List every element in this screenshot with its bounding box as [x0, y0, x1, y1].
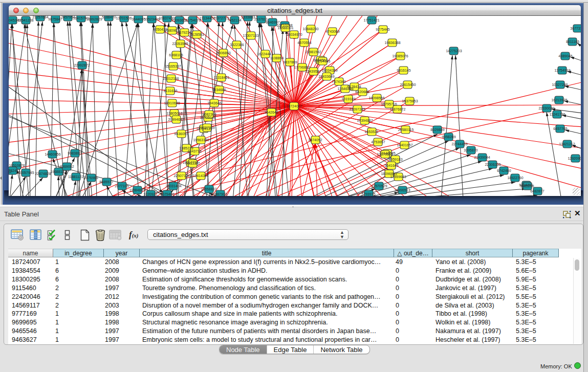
- svg-text:16396513: 16396513: [394, 188, 410, 192]
- svg-text:20580115: 20580115: [398, 128, 414, 132]
- svg-text:7452134: 7452134: [227, 18, 241, 22]
- svg-text:11584847: 11584847: [129, 188, 145, 192]
- svg-text:9983893: 9983893: [68, 151, 81, 155]
- svg-text:20372723: 20372723: [213, 16, 229, 20]
- svg-text:12920906: 12920906: [568, 157, 581, 160]
- svg-text:4389045: 4389045: [558, 54, 572, 58]
- svg-text:4753657: 4753657: [371, 140, 385, 144]
- svg-text:6457765: 6457765: [553, 127, 567, 130]
- svg-text:19836388: 19836388: [384, 41, 400, 45]
- svg-text:8685577: 8685577: [99, 180, 113, 184]
- svg-text:15375853: 15375853: [402, 99, 418, 103]
- svg-text:21439044: 21439044: [474, 156, 490, 159]
- svg-text:3677374: 3677374: [570, 27, 581, 30]
- svg-text:3642648: 3642648: [264, 111, 278, 114]
- svg-text:3322386: 3322386: [230, 43, 244, 47]
- svg-text:17796882: 17796882: [294, 65, 310, 69]
- svg-text:12414394: 12414394: [192, 174, 208, 178]
- svg-text:6306893: 6306893: [216, 51, 230, 55]
- svg-text:4743069: 4743069: [325, 30, 339, 33]
- svg-text:20031404: 20031404: [165, 184, 181, 188]
- svg-text:8029889: 8029889: [430, 128, 444, 132]
- svg-text:16224441: 16224441: [257, 52, 273, 56]
- svg-text:5685216: 5685216: [520, 184, 534, 188]
- svg-text:17559643: 17559643: [390, 175, 406, 179]
- svg-text:18922760: 18922760: [507, 176, 523, 180]
- svg-text:5188470: 5188470: [102, 16, 116, 19]
- svg-text:9958289: 9958289: [442, 135, 455, 139]
- svg-text:8359183: 8359183: [388, 158, 402, 161]
- svg-text:21097245: 21097245: [349, 107, 365, 111]
- svg-text:9436057: 9436057: [174, 132, 188, 136]
- svg-text:8134562: 8134562: [9, 170, 12, 173]
- svg-text:19098556: 19098556: [368, 96, 384, 100]
- svg-text:21433649: 21433649: [318, 75, 334, 78]
- svg-text:22507109: 22507109: [173, 174, 189, 178]
- svg-text:18034970: 18034970: [286, 33, 302, 36]
- svg-text:16705148: 16705148: [200, 116, 215, 119]
- svg-text:13701506: 13701506: [116, 16, 132, 20]
- svg-text:14460856: 14460856: [45, 152, 60, 156]
- svg-text:20994697: 20994697: [168, 118, 184, 121]
- svg-text:13910648: 13910648: [164, 101, 180, 105]
- svg-text:21257684: 21257684: [32, 16, 48, 19]
- svg-text:11881122: 11881122: [68, 175, 83, 179]
- svg-text:12541238: 12541238: [17, 18, 33, 22]
- svg-text:5641643: 5641643: [384, 164, 398, 167]
- svg-text:11318461: 11318461: [214, 76, 230, 79]
- svg-text:8369062: 8369062: [60, 165, 74, 168]
- svg-text:4843718: 4843718: [187, 149, 201, 153]
- svg-text:8079409: 8079409: [160, 192, 174, 196]
- svg-text:13546466: 13546466: [337, 87, 353, 91]
- svg-text:18724007: 18724007: [286, 104, 302, 108]
- svg-text:10327246: 10327246: [552, 83, 568, 86]
- svg-text:9875847: 9875847: [48, 17, 62, 21]
- svg-text:6742460: 6742460: [497, 169, 511, 172]
- svg-text:9816145: 9816145: [397, 69, 410, 72]
- svg-text:13241736: 13241736: [549, 113, 565, 116]
- svg-text:15165337: 15165337: [165, 64, 181, 68]
- svg-text:15588301: 15588301: [277, 26, 293, 30]
- svg-text:21981592: 21981592: [305, 50, 321, 54]
- svg-text:18992829: 18992829: [86, 17, 102, 21]
- svg-text:9082309: 9082309: [202, 113, 216, 116]
- svg-text:14275203: 14275203: [446, 49, 462, 53]
- svg-text:11558837: 11558837: [201, 187, 217, 191]
- svg-text:2943646: 2943646: [207, 101, 221, 105]
- svg-text:17394887: 17394887: [357, 119, 373, 122]
- svg-text:10057945: 10057945: [18, 171, 34, 174]
- svg-text:22744459: 22744459: [451, 142, 467, 146]
- svg-text:21754078: 21754078: [185, 18, 201, 22]
- svg-text:16213925: 16213925: [551, 98, 567, 102]
- svg-text:6482877: 6482877: [530, 189, 544, 193]
- svg-text:21012166: 21012166: [163, 77, 179, 80]
- svg-text:19563180: 19563180: [193, 138, 209, 142]
- svg-text:6420686: 6420686: [355, 90, 369, 94]
- svg-text:19523409: 19523409: [144, 17, 160, 21]
- svg-text:1653531: 1653531: [364, 130, 378, 134]
- svg-text:22053595: 22053595: [172, 42, 188, 46]
- svg-text:13421212: 13421212: [559, 142, 575, 146]
- svg-text:6128503: 6128503: [190, 33, 204, 36]
- svg-text:7674349: 7674349: [332, 80, 345, 83]
- svg-text:16510878: 16510878: [9, 164, 25, 167]
- svg-text:10848230: 10848230: [302, 27, 318, 31]
- svg-text:11014145: 11014145: [315, 59, 331, 63]
- svg-text:9953167: 9953167: [186, 162, 200, 165]
- svg-text:3395870: 3395870: [464, 148, 477, 152]
- svg-text:22992872: 22992872: [74, 63, 90, 67]
- svg-text:18034339: 18034339: [321, 69, 337, 72]
- svg-text:19085076: 19085076: [392, 54, 408, 58]
- svg-text:20615450: 20615450: [400, 83, 416, 86]
- svg-text:2876966: 2876966: [84, 176, 98, 180]
- svg-text:9887903: 9887903: [213, 192, 227, 196]
- svg-text:9034686: 9034686: [212, 88, 226, 92]
- svg-text:6368105: 6368105: [169, 53, 183, 57]
- svg-text:13754919: 13754919: [554, 69, 570, 72]
- svg-text:1108894: 1108894: [270, 56, 284, 60]
- svg-text:4570554: 4570554: [297, 41, 311, 45]
- svg-text:18795716: 18795716: [381, 102, 397, 106]
- svg-text:3874052: 3874052: [308, 138, 322, 142]
- svg-text:5793975: 5793975: [361, 192, 375, 196]
- svg-text:22306335: 22306335: [485, 163, 500, 166]
